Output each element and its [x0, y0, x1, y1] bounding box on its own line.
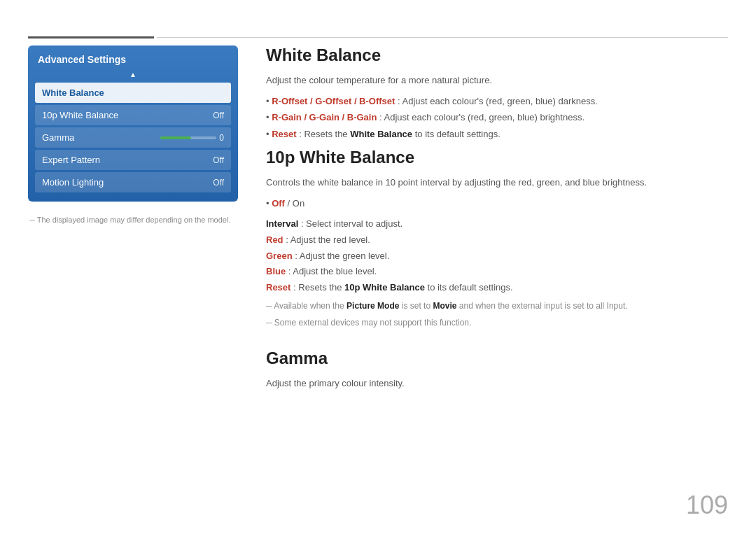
white-balance-bullets: R-Offset / G-Offset / B-Offset : Adjust … [266, 93, 728, 143]
main-content: White Balance Adjust the colour temperat… [266, 45, 728, 506]
reset-wb-bold: White Balance [350, 129, 412, 139]
bullet-r-gain: R-Gain / G-Gain / B-Gain : Adjust each c… [266, 109, 728, 126]
advanced-settings-box: Advanced Settings ▲ White Balance 10p Wh… [28, 45, 238, 202]
menu-item-motion-lighting[interactable]: Motion Lighting Off [35, 172, 231, 192]
bullet-r-offset: R-Offset / G-Offset / B-Offset : Adjust … [266, 93, 728, 110]
10p-white-balance-title: 10p White Balance [266, 148, 728, 167]
menu-item-value: Off [213, 155, 224, 165]
menu-item-label: 10p White Balance [42, 110, 118, 120]
blue-label: Blue [266, 266, 286, 276]
picture-mode-bold: Picture Mode [346, 301, 399, 311]
advanced-settings-title: Advanced Settings [35, 54, 231, 65]
menu-item-label: Motion Lighting [42, 177, 104, 188]
top-lines [28, 36, 728, 38]
top-line-dark [28, 36, 154, 38]
note-external-devices: Some external devices may not support th… [266, 316, 728, 329]
menu-item-label: Expert Pattern [42, 155, 100, 165]
reset-wb-desc: : Resets the [299, 129, 350, 139]
sidebar: Advanced Settings ▲ White Balance 10p Wh… [28, 45, 238, 224]
r-offset-desc: : Adjust each colour's (red, green, blue… [398, 96, 598, 106]
red-label: Red [266, 234, 284, 245]
white-balance-intro: Adjust the colour temperature for a more… [266, 73, 728, 87]
menu-item-value: Off [213, 178, 224, 188]
page-number: 109 [686, 491, 728, 520]
slider-track [160, 136, 216, 139]
blue-desc: : Adjust the blue level. [288, 266, 377, 276]
gamma-slider: 0 [160, 133, 224, 143]
gamma-intro: Adjust the primary colour intensity. [266, 377, 728, 391]
arrow-up-icon: ▲ [35, 71, 231, 78]
menu-item-label: White Balance [42, 87, 104, 98]
reset-10p-line: Reset : Resets the 10p White Balance to … [266, 281, 728, 295]
menu-item-white-balance[interactable]: White Balance [35, 83, 231, 103]
bullet-off-on: Off / On [266, 195, 728, 212]
10p-white-balance-intro: Controls the white balance in 10 point i… [266, 176, 728, 190]
r-offset-label: R-Offset / G-Offset / B-Offset [272, 96, 395, 106]
green-label: Green [266, 251, 293, 261]
bullet-reset-wb: Reset : Resets the White Balance to its … [266, 126, 728, 143]
blue-line: Blue : Adjust the blue level. [266, 265, 728, 279]
10p-sub-section: Interval : Select interval to adjust. Re… [266, 217, 728, 295]
off-label: Off [272, 198, 285, 209]
top-line-light [157, 37, 728, 38]
reset-10p-end: to its default settings. [428, 282, 513, 293]
interval-label: Interval [266, 218, 298, 229]
r-gain-desc: : Adjust each colour's (red, green, blue… [379, 112, 584, 122]
reset-10p-bold: 10p White Balance [344, 282, 425, 293]
red-line: Red : Adjust the red level. [266, 233, 728, 248]
reset-10p-desc: : Resets the [293, 282, 344, 293]
white-balance-title: White Balance [266, 45, 728, 65]
movie-bold: Movie [433, 301, 456, 311]
red-desc: : Adjust the red level. [286, 234, 370, 245]
10p-bullets: Off / On [266, 195, 728, 212]
menu-item-label: Gamma [42, 132, 74, 143]
slider-value: 0 [219, 133, 224, 143]
green-line: Green : Adjust the green level. [266, 249, 728, 264]
menu-item-10p-white-balance[interactable]: 10p White Balance Off [35, 105, 231, 125]
menu-item-value: Off [213, 111, 224, 120]
gamma-title: Gamma [266, 349, 728, 368]
sidebar-note: The displayed image may differ depending… [28, 216, 238, 224]
note-picture-mode: Available when the Picture Mode is set t… [266, 300, 728, 312]
interval-line: Interval : Select interval to adjust. [266, 217, 728, 232]
reset-wb-end: to its default settings. [415, 129, 500, 139]
reset-10p-label: Reset [266, 282, 290, 293]
on-label: / On [288, 198, 305, 209]
green-desc: : Adjust the green level. [295, 251, 389, 261]
reset-wb-label: Reset [272, 129, 296, 139]
menu-item-gamma[interactable]: Gamma 0 [35, 127, 231, 148]
interval-desc: : Select interval to adjust. [301, 218, 402, 229]
slider-fill [160, 136, 191, 139]
r-gain-label: R-Gain / G-Gain / B-Gain [272, 112, 377, 122]
menu-item-expert-pattern[interactable]: Expert Pattern Off [35, 150, 231, 170]
